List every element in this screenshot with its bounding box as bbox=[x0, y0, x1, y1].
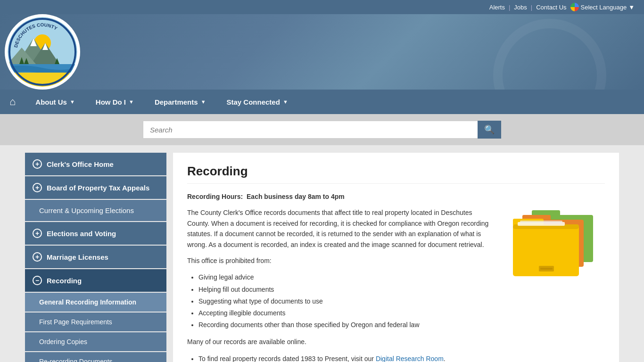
site-header: DESCHUTES COUNTY bbox=[0, 14, 644, 90]
main-layout: + Clerk's Office Home + Board of Propert… bbox=[20, 153, 624, 362]
list-item: Recording documents other than those spe… bbox=[198, 319, 492, 331]
sidebar-item-clerks-office-home[interactable]: + Clerk's Office Home bbox=[25, 153, 166, 175]
nav-stay-connected-arrow-icon: ▼ bbox=[283, 99, 288, 105]
hours-label: Recording Hours: bbox=[187, 193, 243, 200]
nav-departments[interactable]: Departments ▼ bbox=[144, 90, 216, 114]
folders-svg bbox=[504, 196, 603, 286]
sidebar-item-current-elections[interactable]: Current & Upcoming Elections bbox=[25, 200, 166, 221]
sidebar-label-recording: Recording bbox=[47, 277, 82, 285]
sidebar-sub-label-ordering-copies: Ordering Copies bbox=[39, 338, 87, 346]
sidebar-sub-ordering-copies[interactable]: Ordering Copies bbox=[25, 332, 166, 351]
list-item: Accepting illegible documents bbox=[198, 307, 492, 319]
home-nav-button[interactable]: ⌂ bbox=[9, 96, 16, 108]
sidebar-sub-label-first-page: First Page Requirements bbox=[39, 318, 112, 326]
search-container: 🔍 bbox=[143, 121, 501, 139]
hours-line: Recording Hours: Each business day 8am t… bbox=[187, 191, 492, 202]
nav-stay-connected[interactable]: Stay Connected ▼ bbox=[216, 90, 298, 114]
sidebar-sub-label-rerecording: Re-recording Documents bbox=[39, 358, 113, 362]
nav-how-do-i-arrow-icon: ▼ bbox=[129, 99, 134, 105]
page-title: Recording bbox=[187, 164, 605, 184]
main-content: Recording Recording Hours: Each business… bbox=[173, 153, 619, 362]
language-arrow-icon: ▼ bbox=[628, 4, 635, 11]
sidebar-sub-label-general-recording: General Recording Information bbox=[39, 298, 136, 306]
list-item: Suggesting what type of documents to use bbox=[198, 296, 492, 307]
google-translate-icon bbox=[570, 3, 579, 11]
sidebar-sub-first-page[interactable]: First Page Requirements bbox=[25, 313, 166, 331]
sidebar-expand-icon-clerks: + bbox=[33, 159, 42, 169]
search-icon: 🔍 bbox=[484, 124, 495, 135]
separator2: | bbox=[531, 4, 532, 11]
sidebar-sub-general-recording[interactable]: General Recording Information bbox=[25, 293, 166, 312]
sidebar-item-property-tax[interactable]: + Board of Property Tax Appeals bbox=[25, 176, 166, 199]
search-bar: 🔍 bbox=[0, 114, 644, 145]
nav-departments-arrow-icon: ▼ bbox=[201, 99, 206, 105]
nav-about-us[interactable]: About Us ▼ bbox=[25, 90, 85, 114]
list-item: Helping fill out documents bbox=[198, 284, 492, 296]
nav-about-us-label: About Us bbox=[35, 98, 67, 106]
prohibited-list: Giving legal advice Helping fill out doc… bbox=[198, 272, 492, 331]
nav-how-do-i[interactable]: How Do I ▼ bbox=[85, 90, 144, 114]
sidebar-label-property-tax: Board of Property Tax Appeals bbox=[47, 184, 149, 192]
sidebar-expand-icon-marriage: + bbox=[33, 252, 42, 262]
sidebar-collapse-icon-recording: − bbox=[33, 276, 42, 285]
select-language-label[interactable]: Select Language bbox=[581, 4, 627, 11]
content-inner: Recording Hours: Each business day 8am t… bbox=[187, 191, 605, 362]
search-input[interactable] bbox=[143, 121, 478, 139]
sidebar-label-clerks-office-home: Clerk's Office Home bbox=[47, 160, 114, 168]
intro-paragraph: The County Clerk's Office records docume… bbox=[187, 207, 492, 250]
sidebar-label-marriage-licenses: Marriage Licenses bbox=[47, 253, 108, 261]
nav-departments-label: Departments bbox=[155, 98, 198, 106]
jobs-link[interactable]: Jobs bbox=[514, 4, 527, 11]
contact-link[interactable]: Contact Us bbox=[536, 4, 566, 11]
svg-rect-26 bbox=[540, 268, 553, 270]
online-list: To find real property records dated 1983… bbox=[198, 353, 492, 362]
sidebar-expand-icon-tax: + bbox=[33, 183, 42, 192]
sidebar-sub-rerecording[interactable]: Re-recording Documents bbox=[25, 352, 166, 362]
svg-rect-28 bbox=[520, 221, 562, 223]
alerts-link[interactable]: Alerts bbox=[489, 4, 505, 11]
sidebar-item-elections-voting[interactable]: + Elections and Voting bbox=[25, 222, 166, 245]
separator1: | bbox=[509, 4, 510, 11]
sidebar-expand-icon-elections: + bbox=[33, 229, 42, 238]
nav-stay-connected-label: Stay Connected bbox=[227, 98, 280, 106]
sidebar-item-marriage-licenses[interactable]: + Marriage Licenses bbox=[25, 246, 166, 268]
sidebar-label-current-elections: Current & Upcoming Elections bbox=[39, 206, 134, 214]
folder-illustration bbox=[501, 191, 605, 362]
top-bar: Alerts | Jobs | Contact Us Select Langua… bbox=[0, 0, 644, 14]
search-button[interactable]: 🔍 bbox=[478, 121, 501, 139]
list-item: Giving legal advice bbox=[198, 272, 492, 283]
hours-value: Each business day 8am to 4pm bbox=[247, 193, 345, 200]
language-selector[interactable]: Select Language ▼ bbox=[570, 3, 635, 11]
online-prefix-1: To find real property records dated 1983… bbox=[198, 355, 376, 362]
content-text: Recording Hours: Each business day 8am t… bbox=[187, 191, 492, 362]
sidebar-label-elections-voting: Elections and Voting bbox=[47, 230, 116, 238]
sidebar-item-recording[interactable]: − Recording bbox=[25, 269, 166, 292]
nav-how-do-i-label: How Do I bbox=[96, 98, 126, 106]
online-list-item-1: To find real property records dated 1983… bbox=[198, 353, 492, 362]
nav-about-us-arrow-icon: ▼ bbox=[70, 99, 75, 105]
online-para: Many of our records are available online… bbox=[187, 337, 492, 347]
digital-research-room-link[interactable]: Digital Research Room bbox=[376, 355, 444, 362]
county-logo[interactable]: DESCHUTES COUNTY bbox=[5, 14, 80, 90]
sidebar: + Clerk's Office Home + Board of Propert… bbox=[25, 153, 166, 362]
prohibited-intro: This office is prohibited from: bbox=[187, 255, 492, 266]
nav-bar: ⌂ About Us ▼ How Do I ▼ Departments ▼ St… bbox=[0, 90, 644, 114]
